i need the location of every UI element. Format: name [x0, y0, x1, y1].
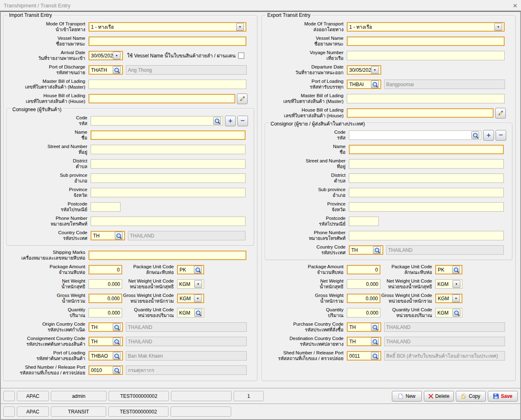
consignor-postcode-input[interactable]	[349, 217, 379, 226]
export-package-amount-input[interactable]: 0	[347, 265, 380, 274]
import-arrival-date-picker[interactable]: 30/05/2025 ▼	[89, 51, 123, 60]
import-port-of-discharge-code-input[interactable]: THATH	[89, 65, 123, 75]
purchase-country-search-button[interactable]	[371, 323, 379, 331]
status-cell-user: admin	[51, 391, 107, 401]
import-port-of-discharge-search-button[interactable]	[113, 66, 121, 74]
consignor-name-input[interactable]	[349, 145, 504, 154]
export-gross-weight-input[interactable]: 0.000	[347, 294, 380, 303]
import-gross-weight-input[interactable]: 0.000	[89, 294, 122, 303]
export-net-weight-unit-dropdown-button[interactable]: ▼	[453, 280, 460, 288]
import-gross-weight-unit-dropdown-button[interactable]: ▼	[194, 294, 202, 302]
import-house-bl-input[interactable]	[89, 94, 235, 103]
import-net-weight-unit-select[interactable]: KGM ▼	[177, 279, 204, 289]
export-house-bl-input[interactable]	[347, 108, 494, 118]
import-quantity-unit-search-button[interactable]	[194, 309, 202, 317]
export-mode-dropdown-button[interactable]: ▼	[494, 23, 502, 31]
destination-country-code-input[interactable]: TH	[347, 337, 381, 346]
consignee-province-input[interactable]	[91, 188, 246, 197]
export-port-of-loading-search-button[interactable]	[371, 80, 379, 88]
new-button[interactable]: New	[392, 391, 422, 402]
consignor-country-code-input[interactable]: TH	[349, 245, 383, 255]
consignor-sub-province-row: Sub provinceอำเภอ	[268, 188, 510, 197]
departure-date-picker[interactable]: 30/05/2025 ▼	[347, 65, 381, 75]
export-package-unit-search-button[interactable]	[452, 266, 460, 274]
consignee-country-search-button[interactable]	[115, 232, 123, 240]
export-quantity-unit-input[interactable]: KGM	[435, 308, 462, 317]
close-icon[interactable]: ×	[513, 2, 517, 9]
consignor-add-button[interactable]: +	[483, 130, 494, 141]
export-quantity-input[interactable]: 0.000	[347, 308, 380, 317]
import-vessel-input[interactable]	[89, 37, 246, 46]
consignment-country-search-button[interactable]	[113, 338, 121, 345]
import-quantity-input[interactable]: 0.000	[89, 308, 122, 317]
shipping-marks-input[interactable]	[89, 251, 246, 260]
consignee-sub-province-input[interactable]	[91, 173, 246, 183]
import-shed-code-input[interactable]: 0010	[89, 365, 123, 375]
import-mode-select[interactable]: 1 - ทางเรือ ▼	[89, 22, 246, 32]
import-house-bl-edit-button[interactable]	[237, 94, 248, 104]
voyage-number-input[interactable]	[347, 51, 505, 60]
consignee-phone-input[interactable]	[91, 217, 246, 226]
origin-country-code-input[interactable]: TH	[89, 322, 123, 332]
origin-country-search-button[interactable]	[113, 323, 121, 331]
consignor-sub-province-input[interactable]	[349, 188, 504, 197]
consignor-province-input[interactable]	[349, 202, 504, 212]
search-icon	[373, 82, 377, 87]
export-port-of-loading-code-input[interactable]: THBAI	[347, 80, 381, 89]
export-quantity-unit-search-button[interactable]	[453, 309, 460, 317]
consignor-code-input[interactable]	[349, 130, 481, 140]
export-net-weight-input[interactable]: 0.000	[347, 279, 380, 289]
import-master-bl-input[interactable]	[89, 80, 246, 89]
consignee-street-input[interactable]	[91, 145, 246, 154]
import-quantity-unit-input[interactable]: KGM	[177, 308, 204, 317]
use-vessel-name-checkbox[interactable]	[238, 52, 244, 59]
consignee-code-input[interactable]	[91, 116, 223, 126]
import-package-unit-search-button[interactable]	[194, 266, 202, 274]
export-mode-select[interactable]: 1 - ทางเรือ ▼	[347, 22, 505, 32]
import-port-of-loading-code-input[interactable]: THBAO	[89, 351, 123, 361]
import-net-weight-unit-dropdown-button[interactable]: ▼	[194, 280, 202, 288]
import-shed-label: Shed Number / Release Portรหัสสถานที่เก็…	[7, 365, 89, 375]
import-gross-weight-unit-select[interactable]: KGM ▼	[177, 294, 204, 303]
consignee-code-search-button[interactable]	[213, 117, 221, 125]
consignee-remove-button[interactable]: −	[237, 116, 248, 126]
import-master-bl-label: Master Bill of Ladingเลขที่ใบตราส่งสินค้…	[7, 79, 89, 89]
export-vessel-input[interactable]	[347, 37, 505, 46]
import-package-amount-input[interactable]: 0	[89, 265, 122, 274]
save-button[interactable]: Save	[488, 391, 518, 402]
consignee-country-code-input[interactable]: TH	[91, 231, 125, 240]
export-net-weight-unit-select[interactable]: KGM ▼	[435, 279, 462, 289]
export-package-unit-input[interactable]: PK	[435, 265, 462, 274]
export-shed-search-button[interactable]	[371, 352, 379, 360]
consignee-district-label: Districtตำบล	[9, 158, 91, 169]
consignor-country-search-button[interactable]	[373, 246, 381, 254]
import-net-weight-input[interactable]: 0.000	[89, 279, 122, 289]
consignor-street-input[interactable]	[349, 159, 504, 169]
import-package-unit-input[interactable]: PK	[177, 265, 204, 274]
import-arrival-dropdown-button[interactable]: ▼	[113, 52, 121, 59]
delete-button[interactable]: Delete	[424, 391, 454, 402]
export-gross-weight-unit-dropdown-button[interactable]: ▼	[452, 294, 460, 302]
export-shed-code-input[interactable]: 0011	[347, 351, 381, 361]
consignor-code-search-button[interactable]	[471, 131, 479, 139]
import-port-of-loading-search-button[interactable]	[113, 352, 121, 360]
departure-date-dropdown-button[interactable]: ▼	[371, 66, 379, 74]
import-mode-dropdown-button[interactable]: ▼	[236, 23, 244, 31]
consignee-postcode-input[interactable]	[91, 202, 121, 212]
export-house-bl-edit-button[interactable]	[495, 108, 506, 119]
destination-country-search-button[interactable]	[371, 338, 379, 345]
consignor-district-input[interactable]	[349, 173, 504, 183]
import-shed-search-button[interactable]	[113, 366, 121, 374]
export-master-bl-input[interactable]	[347, 94, 505, 103]
consignee-add-button[interactable]: +	[225, 116, 236, 126]
consignor-province-label: Provinceจังหวัด	[268, 201, 349, 212]
consignor-phone-input[interactable]	[349, 231, 504, 240]
consignor-remove-button[interactable]: −	[496, 130, 506, 141]
consignment-country-code-input[interactable]: TH	[89, 337, 123, 346]
export-gross-weight-unit-select[interactable]: KGM ▼	[435, 294, 462, 303]
consignee-name-input[interactable]	[91, 130, 246, 140]
purchase-country-code-input[interactable]: TH	[347, 322, 381, 332]
copy-button[interactable]: Copy	[456, 391, 486, 402]
statusbar-top: APAC admin TEST000000002 1 New Delete Co…	[1, 388, 520, 404]
consignee-district-input[interactable]	[91, 159, 246, 169]
